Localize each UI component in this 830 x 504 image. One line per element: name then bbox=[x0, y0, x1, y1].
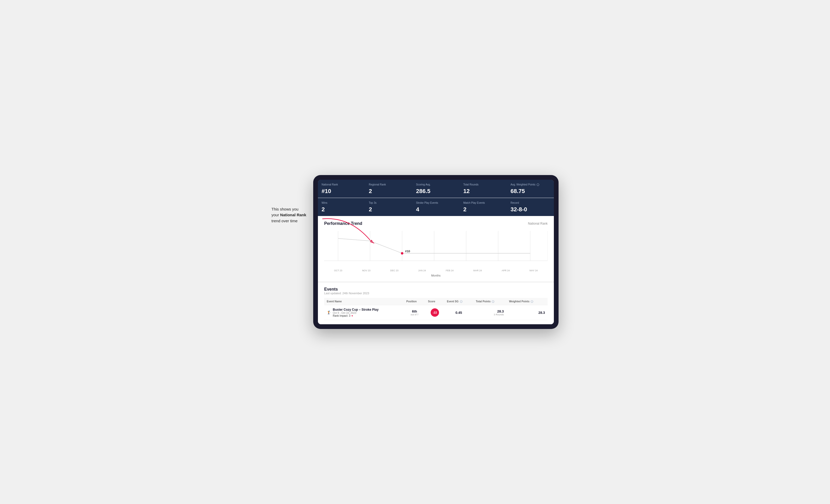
events-table-body: 🏌 Buster Cozy Cup – Stroke Play Oct 9 - … bbox=[324, 305, 548, 320]
events-section: Events Last updated: 24th November 2023 … bbox=[318, 281, 554, 324]
rank-impact-arrow: ▼ bbox=[351, 314, 353, 317]
stat-scoring-avg-value: 286.5 bbox=[416, 188, 456, 195]
stat-record: Record 32-8-0 bbox=[507, 198, 554, 216]
score-cell: -22 bbox=[425, 305, 445, 320]
stat-national-rank: National Rank #10 bbox=[318, 180, 365, 198]
total-rounds: 3 Rounds bbox=[476, 313, 504, 316]
stat-avg-weighted-points-label: Avg. Weighted Points i bbox=[511, 183, 550, 186]
col-event-name: Event Name bbox=[324, 298, 404, 305]
event-name-cell: 🏌 Buster Cozy Cup – Stroke Play Oct 9 - … bbox=[324, 305, 404, 320]
events-last-updated: Last updated: 24th November 2023 bbox=[324, 292, 548, 295]
month-oct23: OCT 23 bbox=[334, 269, 342, 272]
chart-svg: #10 bbox=[324, 230, 548, 267]
chart-section: Performance Trend National Rank bbox=[318, 216, 554, 281]
stats-row-2: Wins 2 Top 3s 2 Stroke Play Events 4 Mat… bbox=[318, 198, 554, 216]
stat-match-play-value: 2 bbox=[463, 206, 503, 213]
svg-point-10 bbox=[401, 252, 404, 255]
event-sg-cell: 0.45 bbox=[444, 305, 473, 320]
month-jan24: JAN 24 bbox=[418, 269, 426, 272]
position-sub: out of 7 bbox=[406, 313, 423, 316]
total-points-cell: 28.3 3 Rounds bbox=[473, 305, 506, 320]
events-table-header-row: Event Name Position Score Event SG i Tot… bbox=[324, 298, 548, 305]
stat-total-rounds-value: 12 bbox=[463, 188, 503, 195]
stat-national-rank-value: #10 bbox=[322, 188, 361, 195]
chart-header: Performance Trend National Rank bbox=[324, 221, 548, 226]
stat-record-label: Record bbox=[511, 201, 550, 204]
golf-icon: 🏌 bbox=[327, 310, 331, 314]
total-points-value: 28.3 bbox=[476, 309, 504, 313]
month-nov23: NOV 23 bbox=[362, 269, 371, 272]
svg-text:#10: #10 bbox=[405, 250, 410, 253]
col-total-points: Total Points i bbox=[473, 298, 506, 305]
weighted-points-cell: 28.3 bbox=[506, 305, 548, 320]
weighted-points-value: 28.3 bbox=[539, 311, 545, 314]
stat-wins-label: Wins bbox=[322, 201, 361, 204]
info-icon-total-points: i bbox=[492, 300, 494, 303]
event-details: Buster Cozy Cup – Stroke Play Oct 9 - Oc… bbox=[333, 308, 379, 317]
col-weighted-points: Weighted Points i bbox=[506, 298, 548, 305]
event-name: Buster Cozy Cup – Stroke Play bbox=[333, 308, 379, 311]
stat-match-play-label: Match Play Events bbox=[463, 201, 503, 204]
annotation-bold: National Rank bbox=[280, 212, 306, 217]
month-mar24: MAR 24 bbox=[474, 269, 482, 272]
stat-regional-rank-value: 2 bbox=[369, 188, 409, 195]
col-score: Score bbox=[425, 298, 445, 305]
table-row: 🏌 Buster Cozy Cup – Stroke Play Oct 9 - … bbox=[324, 305, 548, 320]
info-icon-avg-weighted: i bbox=[537, 183, 539, 186]
annotation-line2: your bbox=[272, 212, 280, 217]
events-title: Events bbox=[324, 287, 548, 292]
stat-avg-weighted-points: Avg. Weighted Points i 68.75 bbox=[507, 180, 554, 198]
event-icon-cell: 🏌 Buster Cozy Cup – Stroke Play Oct 9 - … bbox=[327, 308, 401, 317]
events-table-head: Event Name Position Score Event SG i Tot… bbox=[324, 298, 548, 305]
month-may24: MAY 24 bbox=[530, 269, 538, 272]
event-sg-value: 0.45 bbox=[455, 311, 462, 314]
events-table: Event Name Position Score Event SG i Tot… bbox=[324, 298, 548, 320]
stat-regional-rank-label: Regional Rank bbox=[369, 183, 409, 186]
position-value: 6th bbox=[406, 309, 423, 313]
rank-impact: Rank Impact: 3 ▼ bbox=[333, 314, 379, 317]
annotation-line1: This shows you bbox=[272, 207, 298, 211]
stat-match-play: Match Play Events 2 bbox=[459, 198, 507, 216]
event-date: Oct 9 - Oct 10, 2023 bbox=[333, 311, 379, 314]
stat-stroke-play: Stroke Play Events 4 bbox=[412, 198, 459, 216]
stat-scoring-avg: Scoring Avg. 286.5 bbox=[412, 180, 459, 198]
annotation-text: This shows you your National Rank trend … bbox=[272, 206, 306, 224]
page-wrapper: This shows you your National Rank trend … bbox=[272, 175, 558, 329]
stat-national-rank-label: National Rank bbox=[322, 183, 361, 186]
stat-top3s-label: Top 3s bbox=[369, 201, 409, 204]
chart-container: #10 bbox=[324, 230, 548, 268]
stats-row-1: National Rank #10 Regional Rank 2 Scorin… bbox=[318, 180, 554, 198]
stat-scoring-avg-label: Scoring Avg. bbox=[416, 183, 456, 186]
tablet-device: National Rank #10 Regional Rank 2 Scorin… bbox=[313, 175, 558, 329]
month-apr24: APR 24 bbox=[502, 269, 510, 272]
stat-wins: Wins 2 bbox=[318, 198, 365, 216]
month-dec23: DEC 23 bbox=[390, 269, 398, 272]
info-icon-weighted-points: i bbox=[531, 300, 533, 303]
position-cell: 6th out of 7 bbox=[404, 305, 425, 320]
stat-record-value: 32-8-0 bbox=[511, 206, 550, 213]
stat-total-rounds: Total Rounds 12 bbox=[459, 180, 507, 198]
info-icon-event-sg: i bbox=[460, 300, 462, 303]
chart-x-axis-label: Months bbox=[324, 274, 548, 277]
stat-regional-rank: Regional Rank 2 bbox=[365, 180, 412, 198]
score-badge: -22 bbox=[430, 308, 439, 317]
stat-top3s: Top 3s 2 bbox=[365, 198, 412, 216]
chart-subtitle: National Rank bbox=[528, 222, 548, 225]
chart-title: Performance Trend bbox=[324, 221, 362, 226]
col-event-sg: Event SG i bbox=[444, 298, 473, 305]
stat-stroke-play-value: 4 bbox=[416, 206, 456, 213]
stat-wins-value: 2 bbox=[322, 206, 361, 213]
stat-avg-weighted-points-value: 68.75 bbox=[511, 188, 550, 195]
stat-total-rounds-label: Total Rounds bbox=[463, 183, 503, 186]
chart-months: OCT 23 NOV 23 DEC 23 JAN 24 FEB 24 MAR 2… bbox=[324, 268, 548, 273]
stat-stroke-play-label: Stroke Play Events bbox=[416, 201, 456, 204]
tablet-screen: National Rank #10 Regional Rank 2 Scorin… bbox=[318, 180, 554, 324]
month-feb24: FEB 24 bbox=[446, 269, 454, 272]
stat-top3s-value: 2 bbox=[369, 206, 409, 213]
annotation-line3: trend over time bbox=[272, 219, 297, 223]
col-position: Position bbox=[404, 298, 425, 305]
